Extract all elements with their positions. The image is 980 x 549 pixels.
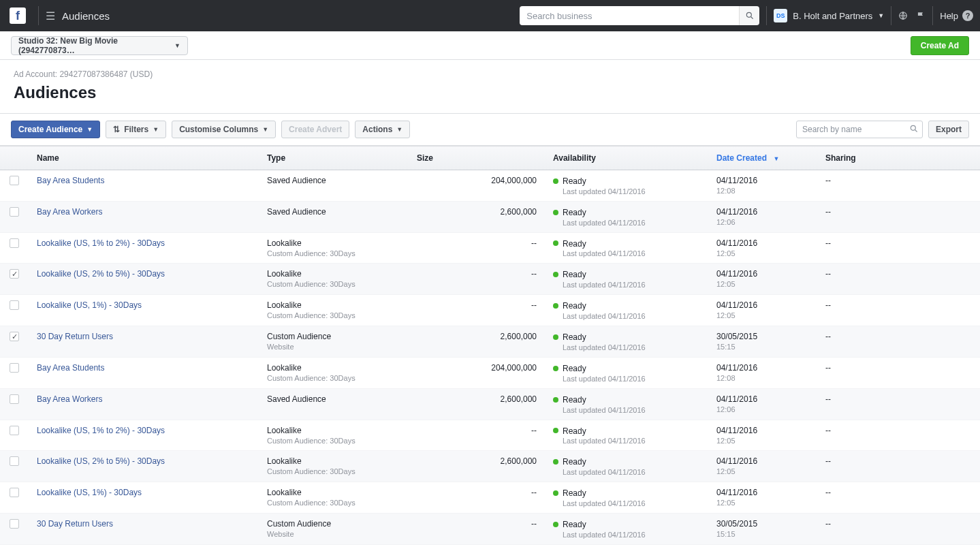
actions-button[interactable]: Actions ▼ [355,121,410,138]
account-selector-dropdown[interactable]: Studio 32: New Big Movie (2942770873… ▼ [11,36,188,55]
fb-logo[interactable]: f [10,7,26,24]
audience-name-link[interactable]: Lookalike (US, 1%) - 30Days [37,488,142,497]
table-row: Lookalike (US, 1% to 2%) - 30Days Lookal… [0,232,980,264]
status-text: Ready [563,488,586,498]
filters-button[interactable]: ⇅ Filters ▼ [106,121,166,138]
status-text: Ready [563,395,586,405]
audience-type-sub: Custom Audience: 30Days [267,311,400,319]
audience-type: Custom Audience [267,332,400,341]
row-checkbox[interactable] [10,394,19,404]
audience-type-sub: Custom Audience: 30Days [267,249,400,257]
date-created: 04/11/2016 [716,426,809,435]
table-row: Bay Area Workers Saved Audience 2,600,00… [0,201,980,232]
audience-name-link[interactable]: 30 Day Return Users [37,519,113,529]
date-created: 30/05/2015 [716,519,809,529]
audience-size: -- [531,488,537,497]
status-dot-icon [553,272,558,277]
row-checkbox[interactable] [10,207,19,217]
audience-size: 204,000,000 [491,176,537,185]
help-link[interactable]: Help ? [940,10,973,21]
sharing-value: -- [825,363,831,373]
business-search-input[interactable] [520,6,739,25]
sharing-value: -- [825,488,831,497]
status-subtext: Last updated 04/11/2016 [553,499,700,507]
create-audience-button[interactable]: Create Audience ▼ [11,121,100,138]
audience-name-link[interactable]: Lookalike (US, 1% to 2%) - 30Days [37,426,165,435]
caret-down-icon: ▼ [396,126,402,133]
status-text: Ready [563,520,586,529]
status-subtext: Last updated 04/11/2016 [553,406,700,414]
row-checkbox[interactable] [10,238,19,248]
table-row: 30 Day Return Users Custom Audience Webs… [0,514,980,545]
status-text: Ready [563,208,586,217]
col-header-date-created[interactable]: Date Created ▼ [708,146,817,170]
search-by-name-input[interactable] [796,121,923,138]
row-checkbox[interactable] [10,426,19,435]
audience-name-link[interactable]: Lookalike (US, 1% to 2%) - 30Days [37,238,165,248]
audience-name-link[interactable]: Lookalike (US, 2% to 5%) - 30Days [37,456,165,466]
row-checkbox[interactable] [10,363,19,373]
time-created: 12:05 [716,249,809,257]
row-checkbox[interactable] [10,269,19,279]
audience-name-link[interactable]: Bay Area Students [37,363,104,373]
audience-name-link[interactable]: 30 Day Return Users [37,332,113,341]
audience-type: Custom Audience [267,519,400,529]
table-row: Lookalike (US, 1%) - 30Days Lookalike Cu… [0,482,980,514]
col-header-name[interactable]: Name [29,146,259,170]
row-checkbox[interactable] [10,300,19,310]
audience-type-sub: Custom Audience: 30Days [267,280,400,288]
row-checkbox[interactable] [10,332,19,341]
hamburger-icon[interactable]: ☰ [46,10,55,22]
page-title: Audiences [14,83,966,102]
time-created: 12:08 [716,374,809,382]
status-subtext: Last updated 04/11/2016 [553,531,700,539]
time-created: 12:05 [716,280,809,288]
status-subtext: Last updated 04/11/2016 [553,375,700,383]
ad-account-meta: Ad Account: 294277087386487 (USD) [14,69,966,79]
col-header-type[interactable]: Type [259,146,409,170]
audience-name-link[interactable]: Bay Area Students [37,176,104,185]
row-checkbox[interactable] [10,456,19,466]
export-button[interactable]: Export [928,121,969,138]
row-checkbox[interactable] [10,176,19,185]
divider [766,6,767,25]
flag-icon[interactable] [916,11,926,20]
table-row: Bay Area Workers Saved Audience 2,600,00… [0,388,980,420]
time-created: 12:05 [716,311,809,319]
audience-type-sub: Website [267,530,400,538]
col-header-size[interactable]: Size [409,146,545,170]
audience-size: 2,600,000 [501,332,537,341]
sharing-value: -- [825,176,831,185]
table-row: Bay Area Students Saved Audience 204,000… [0,170,980,202]
caret-down-icon: ▼ [86,126,93,133]
status-dot-icon [553,490,558,496]
sharing-value: -- [825,332,831,341]
svg-point-0 [746,12,751,17]
row-checkbox[interactable] [10,519,19,529]
business-search-button[interactable] [739,6,759,25]
audience-name-link[interactable]: Bay Area Workers [37,207,102,217]
row-checkbox[interactable] [10,488,19,497]
audience-name-link[interactable]: Bay Area Workers [37,394,102,404]
business-selector[interactable]: DS B. Holt and Partners ▼ [774,9,884,22]
date-created: 04/11/2016 [716,488,809,497]
create-advert-button: Create Advert [281,121,349,138]
customise-columns-label: Customise Columns [179,125,258,134]
create-ad-button[interactable]: Create Ad [911,36,969,55]
col-header-sharing[interactable]: Sharing [817,146,980,170]
status-text: Ready [563,176,586,186]
avatar: DS [774,9,787,22]
customise-columns-button[interactable]: Customise Columns ▼ [172,121,276,138]
audience-name-link[interactable]: Lookalike (US, 1%) - 30Days [37,300,142,310]
audience-size: -- [531,519,537,529]
audience-type-sub: Custom Audience: 30Days [267,437,400,445]
audience-name-link[interactable]: Lookalike (US, 2% to 5%) - 30Days [37,269,165,279]
globe-icon[interactable] [898,11,908,20]
audience-type: Lookalike [267,456,400,466]
filter-icon: ⇅ [113,125,120,134]
table-row: Lookalike (US, 1%) - 30Days Lookalike Cu… [0,295,980,326]
col-header-availability[interactable]: Availability [545,146,708,170]
audience-size: -- [531,238,537,248]
time-created: 12:08 [716,187,809,195]
time-created: 12:06 [716,405,809,413]
